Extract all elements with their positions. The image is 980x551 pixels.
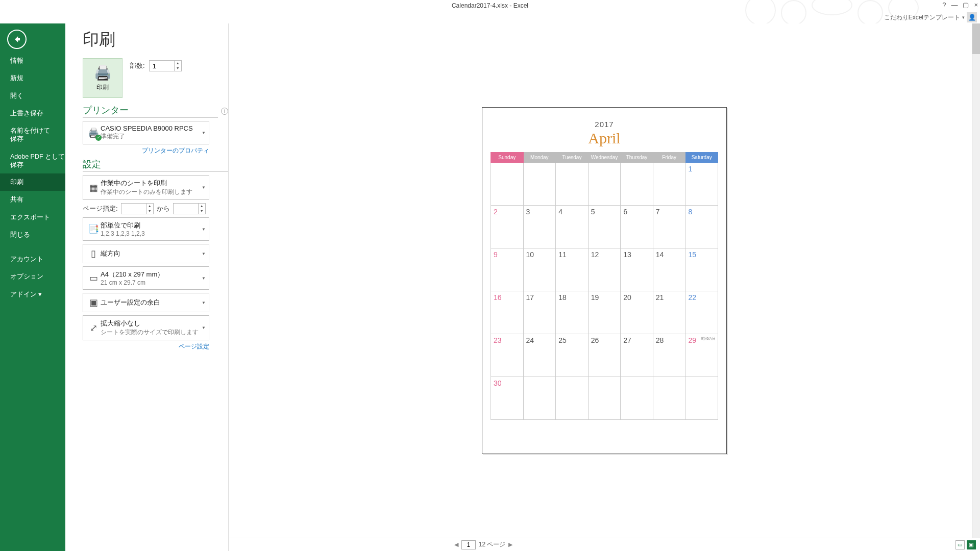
- nav-item[interactable]: 閉じる: [0, 226, 65, 243]
- page-setup-link[interactable]: ページ設定: [179, 343, 209, 350]
- user-bar: こだわりExcelテンプレート ▾ 👤: [0, 11, 980, 23]
- orientation-label: 縦方向: [101, 246, 200, 261]
- printer-icon: 🖨️: [94, 64, 112, 81]
- print-what-selector[interactable]: ▦ 作業中のシートを印刷 作業中のシートのみを印刷します ▼: [83, 175, 209, 200]
- scaling-label: 拡大縮小なし: [101, 319, 200, 328]
- next-page-button[interactable]: ▶: [508, 541, 512, 548]
- avatar[interactable]: 👤: [967, 12, 977, 22]
- user-dropdown-icon[interactable]: ▾: [962, 15, 965, 20]
- nav-item[interactable]: 情報: [0, 52, 65, 69]
- collate-icon: 📑: [86, 222, 101, 236]
- calendar-cell: [588, 163, 621, 206]
- help-icon[interactable]: ?: [942, 1, 946, 9]
- calendar-cell: [588, 377, 621, 420]
- collate-selector[interactable]: 📑 部単位で印刷 1,2,3 1,2,3 1,2,3 ▼: [83, 217, 209, 241]
- printer-selector[interactable]: 🖨️✓ CASIO SPEEDIA B9000 RPCS 準備完了 ▼: [83, 121, 209, 144]
- page-range-to-label: から: [157, 204, 170, 213]
- paper-size-selector[interactable]: ▭ A4（210 x 297 mm） 21 cm x 29.7 cm ▼: [83, 266, 209, 290]
- copies-down[interactable]: ▼: [175, 66, 181, 71]
- nav-item[interactable]: 印刷: [0, 173, 65, 191]
- calendar-cell: 23: [491, 334, 524, 377]
- nav-item[interactable]: アカウント: [0, 251, 65, 268]
- printer-info-icon[interactable]: i: [221, 108, 228, 115]
- page-from-spinner[interactable]: ▲▼: [121, 203, 154, 214]
- chevron-down-icon: ▼: [202, 325, 206, 330]
- print-row: 🖨️ 印刷 部数: ▲▼: [83, 58, 228, 98]
- document-title: Calendar2017-4.xlsx - Excel: [452, 2, 528, 9]
- calendar-cell: 1: [685, 163, 718, 206]
- calendar-cell: 22: [685, 291, 718, 334]
- close-button[interactable]: ×: [974, 1, 978, 9]
- nav-item[interactable]: Adobe PDF として 保存: [0, 148, 65, 174]
- printer-properties-link[interactable]: プリンターのプロパティ: [142, 147, 209, 154]
- nav-item[interactable]: 上書き保存: [0, 105, 65, 122]
- calendar-cell: 5: [588, 206, 621, 248]
- weekday-header: Sunday: [491, 153, 524, 163]
- maximize-button[interactable]: ▢: [963, 1, 969, 9]
- nav-item[interactable]: 新規: [0, 69, 65, 87]
- print-what-desc: 作業中のシートのみを印刷します: [101, 188, 200, 196]
- nav-item[interactable]: エクスポート: [0, 209, 65, 226]
- chevron-down-icon: ▼: [202, 252, 206, 256]
- calendar-cell: 30: [491, 377, 524, 420]
- scaling-selector[interactable]: ⤢ 拡大縮小なし シートを実際のサイズで印刷します ▼: [83, 315, 209, 340]
- scrollbar-thumb[interactable]: [972, 23, 980, 54]
- page-number-input[interactable]: [461, 540, 476, 549]
- calendar-cell: [621, 163, 653, 206]
- preview-scrollbar[interactable]: [972, 23, 980, 538]
- printer-section-head: プリンター i: [83, 104, 228, 118]
- calendar-month: April: [491, 130, 718, 147]
- margins-label: ユーザー設定の余白: [101, 295, 200, 310]
- calendar-cell: 7: [653, 206, 685, 248]
- weekday-header: Saturday: [685, 153, 718, 163]
- printer-status-icon: 🖨️✓: [86, 126, 101, 140]
- weekday-header: Monday: [523, 153, 556, 163]
- calendar-cell: 27: [621, 334, 653, 377]
- backstage-body: 情報新規開く上書き保存名前を付けて 保存Adobe PDF として 保存印刷共有…: [0, 23, 980, 551]
- weekday-header: Thursday: [621, 153, 653, 163]
- copies-input[interactable]: [150, 61, 174, 71]
- calendar-cell: [556, 163, 589, 206]
- print-button-label: 印刷: [96, 83, 109, 92]
- minimize-button[interactable]: —: [951, 1, 958, 9]
- collate-label: 部単位で印刷: [101, 221, 200, 230]
- calendar-cell: 6: [621, 206, 653, 248]
- page-to-spinner[interactable]: ▲▼: [173, 203, 206, 214]
- chevron-down-icon: ▼: [202, 185, 206, 190]
- weekday-header: Wednesday: [588, 153, 621, 163]
- orientation-selector[interactable]: ▯ 縦方向 ▼: [83, 244, 209, 263]
- zoom-fit-button[interactable]: ▣: [967, 540, 976, 549]
- copies-up[interactable]: ▲: [175, 61, 181, 66]
- page-icon: ▭: [86, 271, 101, 285]
- calendar-cell: 18: [556, 291, 589, 334]
- holiday-label: 昭和の日: [701, 336, 716, 341]
- page-from-input[interactable]: [121, 204, 146, 214]
- calendar-cell: 12: [588, 248, 621, 291]
- title-bar: Calendar2017-4.xlsx - Excel ? — ▢ ×: [0, 0, 980, 11]
- paper-size-label: A4（210 x 297 mm）: [101, 270, 200, 279]
- nav-item[interactable]: 共有: [0, 191, 65, 208]
- margins-selector[interactable]: ▣ ユーザー設定の余白 ▼: [83, 293, 209, 312]
- calendar-cell: 11: [556, 248, 589, 291]
- zoom-to-page-button[interactable]: ▭: [955, 540, 965, 549]
- nav-item[interactable]: アドイン ▾: [0, 286, 65, 303]
- calendar-table: SundayMondayTuesdayWednesdayThursdayFrid…: [491, 152, 718, 420]
- nav-item[interactable]: オプション: [0, 268, 65, 285]
- user-label[interactable]: こだわりExcelテンプレート: [884, 13, 960, 22]
- calendar-cell: [523, 163, 556, 206]
- calendar-cell: 25: [556, 334, 589, 377]
- prev-page-button[interactable]: ◀: [454, 541, 458, 548]
- copies-control: 部数: ▲▼: [130, 60, 182, 71]
- page-to-input[interactable]: [174, 204, 198, 214]
- print-button[interactable]: 🖨️ 印刷: [83, 58, 122, 98]
- calendar-cell: 19: [588, 291, 621, 334]
- back-button[interactable]: [7, 30, 27, 49]
- calendar-cell: 24: [523, 334, 556, 377]
- copies-spinner[interactable]: ▲▼: [149, 60, 182, 71]
- calendar-cell: 2: [491, 206, 524, 248]
- chevron-down-icon: ▼: [202, 276, 206, 281]
- calendar-cell: 10: [523, 248, 556, 291]
- nav-item[interactable]: 名前を付けて 保存: [0, 122, 65, 148]
- nav-item[interactable]: 開く: [0, 87, 65, 105]
- chevron-down-icon: ▼: [202, 300, 206, 305]
